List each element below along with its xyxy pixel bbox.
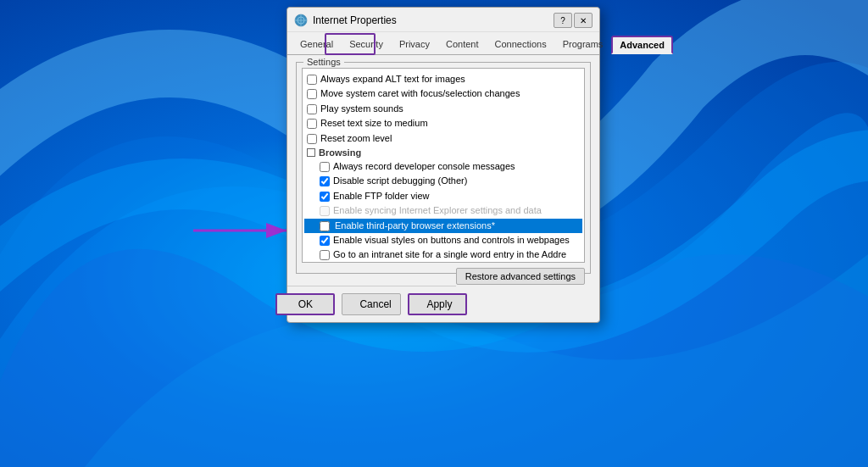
checkbox-intranet[interactable]	[320, 250, 330, 260]
checkbox-text-size[interactable]	[307, 119, 317, 129]
settings-group: Settings Always expand ALT text for imag…	[296, 62, 591, 274]
list-item: Enable FTP folder view	[304, 189, 582, 203]
dialog-title-left: Internet Properties	[294, 14, 397, 27]
checkbox-sounds[interactable]	[307, 104, 317, 114]
tab-programs[interactable]: Programs	[555, 36, 611, 54]
ok-button[interactable]: OK	[275, 293, 335, 315]
list-item: Go to an intranet site for a single word…	[304, 247, 582, 262]
tab-general[interactable]: General	[292, 36, 341, 54]
tab-bar: General Security Privacy Content Connect…	[287, 32, 599, 55]
section-icon	[307, 148, 315, 157]
list-item: Reset text size to medium	[304, 116, 582, 131]
setting-label: Disable script debugging (Other)	[333, 175, 467, 187]
setting-label: Go to an intranet site for a single word…	[333, 248, 566, 261]
setting-label: Play system sounds	[320, 103, 403, 115]
checkbox-third-party[interactable]	[320, 221, 330, 231]
setting-label: Enable syncing Internet Explorer setting…	[333, 204, 542, 217]
checkbox-alt-text[interactable]	[307, 75, 317, 85]
desktop: Internet Properties ? ✕ General Security…	[0, 0, 868, 467]
dialog-icon	[294, 14, 308, 27]
list-item: Always expand ALT text for images	[304, 72, 582, 86]
list-item: Play system sounds	[304, 102, 582, 116]
list-item: Always record developer console messages	[304, 159, 582, 174]
cancel-button[interactable]: Cancel	[342, 293, 401, 315]
setting-label: Always expand ALT text for images	[320, 73, 465, 86]
dialog-footer: OK Cancel Apply	[287, 286, 456, 322]
setting-label: Reset zoom level	[320, 132, 392, 145]
list-item: Enable visual styles on buttons and cont…	[304, 233, 582, 247]
list-item: Reset zoom level	[304, 131, 582, 146]
tab-content[interactable]: Content	[438, 36, 487, 54]
checkbox-visual-styles[interactable]	[320, 236, 330, 246]
checkbox-syncing[interactable]	[320, 206, 330, 216]
checkbox-developer[interactable]	[320, 162, 330, 172]
tab-advanced[interactable]: Advanced	[611, 36, 673, 54]
list-item: Enable syncing Internet Explorer setting…	[304, 203, 582, 218]
internet-properties-dialog: Internet Properties ? ✕ General Security…	[287, 7, 600, 323]
section-browsing: Browsing	[304, 146, 582, 159]
setting-label: Enable visual styles on buttons and cont…	[333, 234, 570, 247]
list-item: Disable script debugging (Other)	[304, 174, 582, 188]
setting-label: Always record developer console messages	[333, 160, 515, 173]
restore-advanced-button[interactable]: Restore advanced settings	[456, 268, 585, 285]
tab-security[interactable]: Security	[342, 36, 391, 54]
dialog-title-buttons: ? ✕	[554, 13, 593, 28]
close-button[interactable]: ✕	[574, 13, 593, 28]
settings-scroll[interactable]: Always expand ALT text for images Move s…	[302, 68, 585, 263]
help-button[interactable]: ?	[554, 13, 572, 28]
checkbox-caret[interactable]	[307, 89, 317, 99]
checkbox-ftp[interactable]	[320, 192, 330, 202]
checkbox-script-debug[interactable]	[320, 176, 330, 186]
setting-label: Move system caret with focus/selection c…	[320, 87, 520, 100]
tab-privacy[interactable]: Privacy	[392, 36, 437, 54]
list-item: Enable third-party browser extensions*	[304, 219, 582, 233]
dialog-titlebar: Internet Properties ? ✕	[287, 8, 599, 32]
dialog-body: Settings Always expand ALT text for imag…	[287, 55, 599, 286]
settings-legend: Settings	[303, 57, 344, 67]
dialog-title: Internet Properties	[313, 14, 397, 26]
checkbox-zoom[interactable]	[307, 134, 317, 144]
setting-label: Enable FTP folder view	[333, 190, 430, 203]
list-item: Move system caret with focus/selection c…	[304, 86, 582, 101]
setting-label: Reset text size to medium	[320, 117, 428, 130]
setting-label-highlighted: Enable third-party browser extensions*	[333, 220, 497, 232]
tab-connections[interactable]: Connections	[487, 36, 554, 54]
apply-button[interactable]: Apply	[408, 293, 467, 315]
section-label: Browsing	[319, 147, 361, 158]
